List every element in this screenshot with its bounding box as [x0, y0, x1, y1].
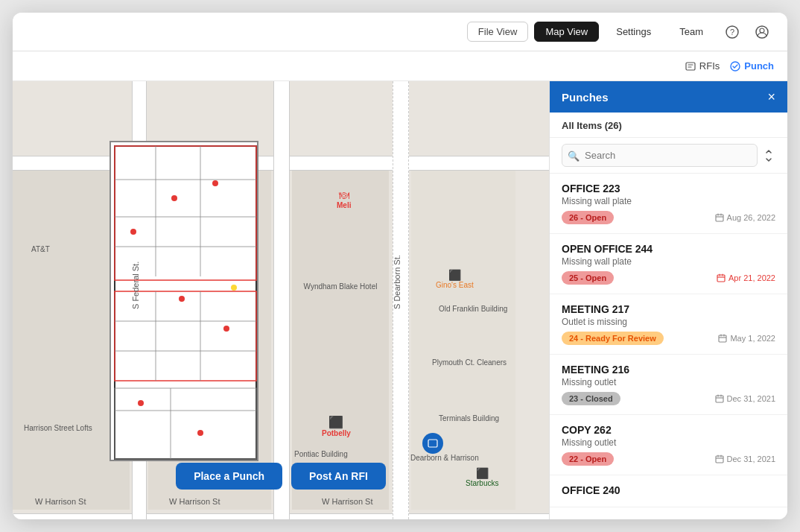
dearborn-harrison-poi: Dearborn & Harrison [410, 433, 455, 462]
potbelly-poi: ⬛ Potbelly [322, 415, 351, 437]
building-label-terminals: Terminals Building [439, 414, 499, 422]
panel-subheader: All Items (26) [550, 113, 787, 138]
punch-meta: 23 - Closed Dec 31, 2021 [562, 392, 775, 405]
place-punch-btn[interactable]: Place a Punch [176, 463, 282, 490]
rfis-label: RFIs [699, 60, 720, 72]
file-view-btn[interactable]: File View [467, 22, 529, 42]
panel-header: Punches × [550, 81, 787, 113]
search-icon: 🔍 [568, 150, 580, 161]
ginos-poi: ⬛ Gino's East [436, 269, 474, 289]
settings-btn[interactable]: Settings [605, 22, 662, 42]
punch-desc: Missing wall plate [562, 256, 775, 267]
help-icon-btn[interactable]: ? [720, 20, 744, 44]
punch-desc: Outlet is missing [562, 317, 775, 327]
svg-point-21 [171, 195, 177, 201]
svg-text:?: ? [730, 28, 734, 37]
svg-point-23 [130, 229, 136, 235]
punch-item[interactable]: COPY 262 Missing outlet 22 - Open Dec 31… [550, 415, 787, 475]
punch-date: Dec 31, 2021 [715, 394, 775, 403]
map-bottom-bar: Place a Punch Post An RFI [13, 463, 549, 490]
punch-item[interactable]: OFFICE 223 Missing wall plate 26 - Open … [550, 174, 787, 234]
search-input-wrap: 🔍 [562, 144, 758, 167]
svg-point-24 [179, 296, 185, 302]
punch-desc: Missing outlet [562, 377, 775, 387]
svg-point-28 [231, 285, 237, 291]
street-label-w-harrison-left: W Harrison St [35, 497, 86, 506]
building-label-franklin: Old Franklin Building [439, 305, 507, 313]
top-bar: File View Map View Settings Team ? [13, 13, 787, 51]
punch-desc: Missing wall plate [562, 196, 775, 206]
punch-item[interactable]: OFFICE 240 [550, 475, 787, 507]
search-row: 🔍 [550, 138, 787, 174]
calendar-icon [718, 334, 727, 343]
toolbar-row: RFIs Punch [13, 51, 787, 81]
punch-desc: Missing outlet [562, 437, 775, 448]
search-input[interactable] [562, 144, 758, 167]
svg-rect-34 [716, 396, 723, 402]
punch-item[interactable]: MEETING 216 Missing outlet 23 - Closed D… [550, 355, 787, 415]
street-label-s-federal: S Federal St. [131, 262, 140, 309]
svg-rect-4 [686, 63, 695, 70]
app-window: File View Map View Settings Team ? RFIs … [13, 13, 787, 519]
status-badge: 25 - Open [562, 271, 614, 285]
status-badge: 26 - Open [562, 211, 614, 224]
svg-rect-31 [716, 215, 723, 221]
punch-label: Punch [744, 60, 774, 72]
rfis-toolbar-item[interactable]: RFIs [685, 60, 720, 72]
calendar-icon [717, 273, 726, 282]
calendar-icon [715, 394, 724, 403]
punch-name: COPY 262 [562, 424, 775, 436]
rfis-icon [685, 61, 696, 72]
punch-name: OFFICE 223 [562, 183, 775, 194]
punch-toolbar-item[interactable]: Punch [730, 60, 774, 72]
panel-title: Punches [562, 91, 609, 104]
svg-rect-7 [115, 146, 256, 280]
meli-poi: 🍽 Meli [337, 189, 351, 209]
street-v-federal2 [273, 81, 290, 519]
sort-icon [764, 150, 775, 162]
svg-rect-35 [716, 456, 723, 463]
status-badge: 24 - Ready For Review [562, 332, 664, 345]
punch-meta: 25 - Open Apr 21, 2022 [562, 271, 775, 285]
building-label-harrison: Harrison Street Lofts [24, 424, 92, 432]
punch-date: Aug 26, 2022 [715, 213, 775, 222]
status-badge: 23 - Closed [562, 392, 620, 405]
right-panel: Punches × All Items (26) 🔍 OFFICE 223 [549, 81, 787, 519]
punch-name: MEETING 217 [562, 303, 775, 315]
status-badge: 22 - Open [562, 452, 614, 466]
punch-name: OPEN OFFICE 244 [562, 243, 775, 255]
punch-item[interactable]: MEETING 217 Outlet is missing 24 - Ready… [550, 294, 787, 355]
punch-meta: 22 - Open Dec 31, 2021 [562, 452, 775, 466]
punch-date: Dec 31, 2021 [715, 455, 775, 463]
svg-point-25 [223, 326, 229, 332]
svg-rect-32 [717, 275, 725, 282]
svg-rect-33 [719, 335, 726, 342]
svg-rect-29 [428, 440, 437, 447]
svg-rect-18 [115, 388, 256, 459]
panel-close-btn[interactable]: × [767, 90, 775, 104]
block-2 [292, 171, 389, 510]
punch-date: May 1, 2022 [718, 334, 775, 343]
punch-name: MEETING 216 [562, 364, 775, 376]
street-label-w-harrison-right: W Harrison St [322, 497, 372, 506]
sort-btn[interactable] [764, 150, 775, 162]
punch-meta: 26 - Open Aug 26, 2022 [562, 211, 775, 224]
post-rfi-btn[interactable]: Post An RFI [291, 463, 386, 490]
calendar-icon [715, 213, 724, 222]
user-icon-btn[interactable] [750, 20, 774, 44]
building-label-plymouth: Plymouth Ct. Cleaners [432, 358, 507, 367]
main-content: AT&T Harrison Street Lofts Wyndham Blake… [13, 81, 787, 519]
map-area[interactable]: AT&T Harrison Street Lofts Wyndham Blake… [13, 81, 549, 519]
all-items-label: All Items (26) [562, 120, 622, 131]
calendar-icon [715, 455, 724, 463]
map-view-btn[interactable]: Map View [534, 22, 599, 42]
punch-meta: 24 - Ready For Review May 1, 2022 [562, 332, 775, 345]
punch-date: Apr 21, 2022 [717, 273, 775, 282]
punch-item[interactable]: OPEN OFFICE 244 Missing wall plate 25 - … [550, 234, 787, 294]
svg-point-26 [138, 400, 144, 406]
punch-list: OFFICE 223 Missing wall plate 26 - Open … [550, 174, 787, 519]
team-btn[interactable]: Team [668, 22, 714, 42]
building-label-pontiac: Pontiac Building [294, 450, 348, 458]
building-label-att: AT&T [31, 245, 50, 253]
punch-icon [730, 61, 740, 72]
